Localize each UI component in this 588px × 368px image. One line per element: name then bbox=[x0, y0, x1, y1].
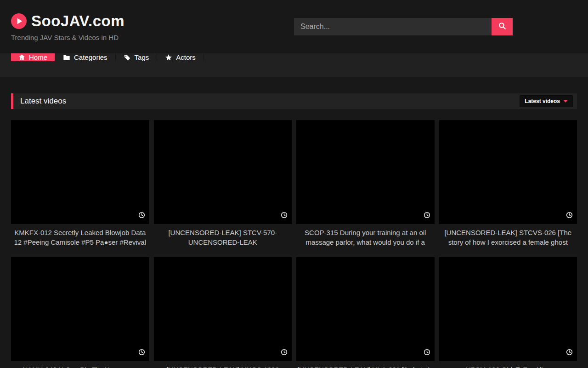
clock-icon bbox=[424, 212, 430, 220]
video-thumbnail[interactable] bbox=[439, 120, 577, 224]
video-card: [UNCENSORED-LEAK] STCVS-026 [The story o… bbox=[439, 120, 577, 247]
folder-icon bbox=[63, 54, 70, 61]
video-card: [UNCENSORED-LEAK] MXGS-1296 Absolutely bbox=[154, 257, 292, 368]
site-name: SooJAV.com bbox=[31, 12, 124, 30]
nav-item-home[interactable]: Home bbox=[11, 53, 55, 61]
search-icon bbox=[498, 22, 507, 32]
video-thumbnail[interactable] bbox=[296, 257, 435, 361]
nav-item-label: Home bbox=[29, 53, 47, 61]
video-thumbnail[interactable] bbox=[154, 120, 292, 224]
video-title[interactable]: KMKFX-012 Secretly Leaked Blowjob Data 1… bbox=[11, 228, 149, 247]
video-thumbnail[interactable] bbox=[439, 257, 577, 361]
video-card: [UNCENSORED-LEAK] MLA-231 [3 shots in bbox=[296, 257, 435, 368]
video-title[interactable]: [UNCENSORED-LEAK] STCVS-026 [The story o… bbox=[439, 228, 577, 247]
video-card: NAMH-042 H Cup Big Tits Newcomer (170cm … bbox=[11, 257, 149, 368]
sort-dropdown-label: Latest videos bbox=[525, 98, 560, 104]
video-card: [UNCENSORED-LEAK] STCV-570-UNCENSORED-LE… bbox=[154, 120, 292, 247]
nav-item-tags[interactable]: Tags bbox=[116, 53, 158, 61]
play-circle-icon bbox=[11, 13, 27, 29]
video-thumbnail[interactable] bbox=[11, 120, 149, 224]
star-icon bbox=[165, 54, 172, 61]
clock-icon bbox=[281, 349, 288, 357]
main-nav: Home Categories Tags bbox=[0, 53, 588, 77]
video-grid: KMKFX-012 Secretly Leaked Blowjob Data 1… bbox=[11, 120, 577, 368]
video-thumbnail[interactable] bbox=[296, 120, 435, 224]
caret-down-icon bbox=[563, 100, 568, 103]
nav-item-categories[interactable]: Categories bbox=[55, 53, 116, 61]
section-header-latest-videos: Latest videos Latest videos bbox=[11, 93, 577, 109]
nav-item-label: Tags bbox=[135, 53, 149, 61]
home-icon bbox=[18, 54, 25, 61]
video-thumbnail[interactable] bbox=[154, 257, 292, 361]
search-button[interactable] bbox=[492, 18, 513, 35]
nav-item-actors[interactable]: Actors bbox=[157, 53, 204, 61]
video-card: HPSM-186 Girl @ Era Alice bbox=[439, 257, 577, 368]
clock-icon bbox=[138, 212, 145, 220]
clock-icon bbox=[138, 349, 145, 357]
clock-icon bbox=[566, 212, 573, 220]
clock-icon bbox=[566, 349, 573, 357]
video-title[interactable]: [UNCENSORED-LEAK] MXGS-1296 Absolutely bbox=[154, 365, 292, 368]
video-title[interactable]: [UNCENSORED-LEAK] MLA-231 [3 shots in bbox=[296, 365, 435, 368]
video-title[interactable]: SCOP-315 During your training at an oil … bbox=[296, 228, 435, 247]
tag-icon bbox=[124, 54, 131, 61]
video-card: SCOP-315 During your training at an oil … bbox=[296, 120, 435, 247]
section-title: Latest videos bbox=[20, 97, 66, 106]
video-title[interactable]: [UNCENSORED-LEAK] STCV-570-UNCENSORED-LE… bbox=[154, 228, 292, 247]
nav-item-label: Categories bbox=[74, 53, 107, 61]
site-logo[interactable]: SooJAV.com bbox=[11, 12, 124, 30]
search-input[interactable] bbox=[294, 18, 492, 35]
search-form bbox=[294, 18, 513, 35]
video-title[interactable]: NAMH-042 H Cup Big Tits Newcomer (170cm … bbox=[11, 365, 149, 368]
site-tagline: Trending JAV Stars & Videos in HD bbox=[11, 34, 124, 41]
site-header: SooJAV.com Trending JAV Stars & Videos i… bbox=[0, 0, 588, 53]
sort-dropdown-button[interactable]: Latest videos bbox=[520, 95, 573, 107]
nav-item-label: Actors bbox=[176, 53, 196, 61]
clock-icon bbox=[281, 212, 288, 220]
video-title[interactable]: HPSM-186 Girl @ Era Alice bbox=[439, 365, 577, 368]
video-card: KMKFX-012 Secretly Leaked Blowjob Data 1… bbox=[11, 120, 149, 247]
video-thumbnail[interactable] bbox=[11, 257, 149, 361]
clock-icon bbox=[424, 349, 430, 357]
